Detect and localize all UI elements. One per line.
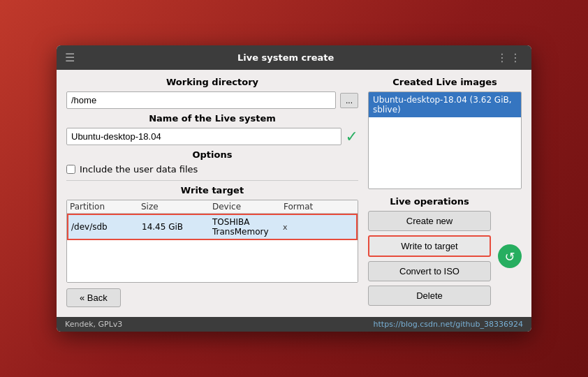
row-device: TOSHIBA TransMemory bbox=[212, 217, 283, 237]
col-format: Format bbox=[284, 202, 355, 212]
table-header: Partition Size Device Format bbox=[67, 200, 358, 214]
row-partition: /dev/sdb bbox=[71, 222, 142, 232]
table-empty-area bbox=[67, 240, 358, 282]
col-device: Device bbox=[212, 202, 284, 212]
refresh-col: ↺ bbox=[498, 196, 522, 310]
include-user-data-label: Include the user data files bbox=[80, 164, 198, 175]
table-row[interactable]: /dev/sdb 14.45 GiB TOSHIBA TransMemory x bbox=[67, 214, 358, 240]
menu-icon[interactable]: ☰ bbox=[65, 51, 75, 64]
include-user-data-checkbox[interactable] bbox=[66, 165, 75, 174]
live-system-name-row: ✓ bbox=[66, 128, 358, 145]
footer-credit: Kendek, GPLv3 bbox=[65, 320, 122, 329]
divider bbox=[66, 180, 358, 181]
back-btn-row: « Back bbox=[66, 288, 358, 307]
live-ops-area: Live operations Create new Write to targ… bbox=[368, 196, 522, 310]
dots-icon[interactable]: ⋮⋮ bbox=[497, 51, 523, 64]
live-system-name-input[interactable] bbox=[66, 128, 341, 145]
col-partition: Partition bbox=[70, 202, 141, 212]
convert-to-iso-button[interactable]: Convert to ISO bbox=[368, 261, 491, 281]
main-window: ☰ Live system create ⋮⋮ Working director… bbox=[57, 45, 531, 332]
write-target-table: Partition Size Device Format /dev/sdb 14… bbox=[66, 200, 358, 283]
col-size: Size bbox=[141, 202, 212, 212]
write-to-target-button[interactable]: Write to target bbox=[368, 235, 491, 257]
row-size: 14.45 GiB bbox=[142, 222, 212, 232]
working-dir-input[interactable] bbox=[66, 91, 336, 109]
checkmark-icon: ✓ bbox=[346, 128, 358, 145]
main-content: Working directory ... Name of the Live s… bbox=[57, 70, 531, 317]
refresh-button[interactable]: ↺ bbox=[498, 244, 522, 268]
delete-button[interactable]: Delete bbox=[368, 286, 491, 306]
footer: Kendek, GPLv3 https://blog.csdn.net/gith… bbox=[57, 317, 531, 332]
live-ops-label: Live operations bbox=[368, 196, 491, 207]
create-new-button[interactable]: Create new bbox=[368, 211, 491, 231]
working-dir-browse-button[interactable]: ... bbox=[340, 93, 358, 108]
image-item[interactable]: Ubuntu-desktop-18.04 (3.62 GiB, sblive) bbox=[369, 92, 521, 117]
write-target-label: Write target bbox=[66, 185, 358, 195]
right-panel: Created Live images Ubuntu-desktop-18.04… bbox=[368, 77, 522, 310]
live-system-name-label: Name of the Live system bbox=[66, 113, 358, 124]
titlebar: ☰ Live system create ⋮⋮ bbox=[57, 45, 531, 70]
left-panel: Working directory ... Name of the Live s… bbox=[66, 77, 358, 310]
live-ops-col: Live operations Create new Write to targ… bbox=[368, 196, 491, 310]
created-images-label: Created Live images bbox=[368, 77, 522, 87]
options-section: Options Include the user data files bbox=[66, 149, 358, 175]
working-dir-row: ... bbox=[66, 91, 358, 109]
created-images-box: Ubuntu-desktop-18.04 (3.62 GiB, sblive) bbox=[368, 91, 522, 189]
include-user-data-row: Include the user data files bbox=[66, 164, 358, 175]
options-label: Options bbox=[66, 149, 358, 160]
back-button[interactable]: « Back bbox=[66, 288, 121, 307]
row-close-button[interactable]: x bbox=[283, 223, 353, 232]
window-title: Live system create bbox=[237, 52, 334, 63]
footer-link[interactable]: https://blog.csdn.net/github_38336924 bbox=[374, 320, 523, 329]
working-dir-label: Working directory bbox=[66, 77, 358, 87]
write-target-section: Write target Partition Size Device Forma… bbox=[66, 185, 358, 283]
